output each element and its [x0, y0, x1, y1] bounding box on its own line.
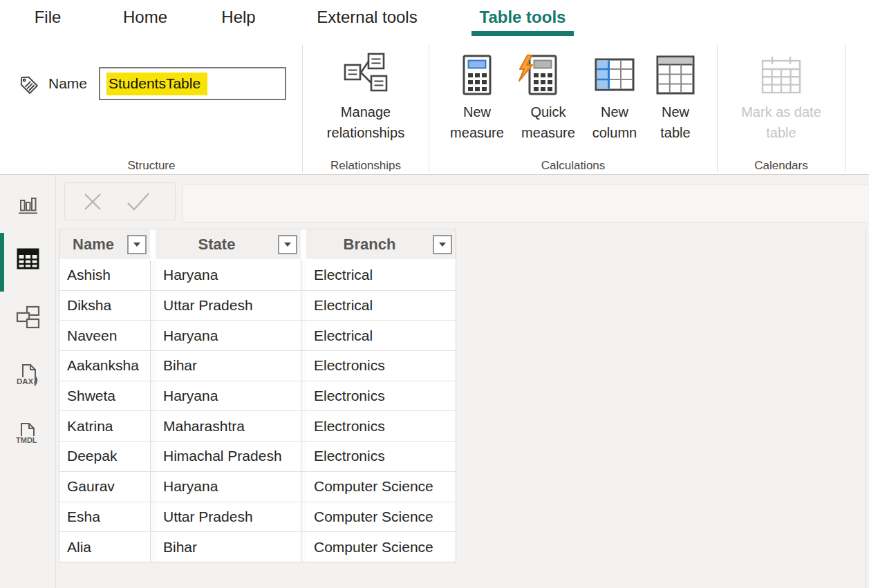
mark-as-date-table-button: Mark as date table: [733, 102, 830, 143]
table-row[interactable]: Ashish Haryana Electrical: [59, 260, 456, 291]
active-tab-underline: [471, 31, 574, 36]
data-grid: Name State Branch: [59, 229, 456, 562]
sidebar-divider: [55, 175, 56, 588]
svg-text:TMDL: TMDL: [16, 436, 37, 444]
group-label-relationships: Relationships: [330, 159, 401, 173]
name-field-label: Name: [48, 75, 87, 92]
cell-name[interactable]: Aakanksha: [59, 351, 150, 381]
table-area-right-edge: [865, 228, 866, 588]
tab-external-tools[interactable]: External tools: [317, 8, 417, 27]
cell-name[interactable]: Ashish: [59, 260, 150, 290]
cell-state[interactable]: Uttar Pradesh: [156, 502, 301, 532]
new-table-icon[interactable]: [656, 55, 695, 95]
cell-branch[interactable]: Electronics: [306, 442, 456, 471]
cell-branch[interactable]: Computer Science: [306, 472, 456, 502]
data-grid-header: Name State Branch: [59, 229, 456, 259]
ribbon-separator: [302, 45, 303, 173]
tab-home[interactable]: Home: [123, 8, 167, 27]
ribbon-separator: [717, 45, 718, 173]
mark-as-date-table-icon: [760, 55, 802, 95]
dax-query-view-icon[interactable]: DAX: [16, 363, 41, 390]
tab-table-tools[interactable]: Table tools: [480, 8, 566, 27]
tab-file[interactable]: File: [35, 8, 62, 27]
cell-state[interactable]: Himachal Pradesh: [156, 442, 301, 471]
cell-name[interactable]: Gaurav: [59, 472, 150, 502]
formula-bar-buttons: [64, 182, 176, 220]
cell-state[interactable]: Haryana: [156, 321, 301, 350]
table-row[interactable]: Gaurav Haryana Computer Science: [59, 472, 456, 502]
content-area: DAX TMDL Name: [0, 175, 869, 588]
column-header-state[interactable]: State: [156, 229, 301, 259]
cell-state[interactable]: Haryana: [156, 472, 301, 502]
column-header-label: Branch: [306, 236, 433, 254]
new-column-icon[interactable]: [595, 58, 635, 91]
powerbi-window: File Home Help External tools Table tool…: [0, 0, 869, 588]
manage-relationships-button[interactable]: Manage relationships: [314, 102, 418, 143]
new-table-button[interactable]: New table: [651, 102, 700, 143]
cell-name[interactable]: Alia: [59, 532, 150, 562]
filter-dropdown-button[interactable]: [433, 235, 452, 254]
table-row[interactable]: Naveen Haryana Electrical: [59, 321, 456, 351]
cell-branch[interactable]: Electrical: [306, 321, 456, 350]
cell-name[interactable]: Esha: [59, 502, 150, 532]
group-label-structure: Structure: [128, 159, 176, 173]
table-row[interactable]: Aakanksha Bihar Electronics: [59, 351, 456, 381]
cell-state[interactable]: Maharashtra: [156, 411, 301, 441]
tmdl-view-icon[interactable]: TMDL: [16, 421, 41, 449]
cell-branch[interactable]: Electronics: [306, 411, 456, 441]
tag-icon: [19, 74, 40, 97]
new-measure-button[interactable]: New measure: [442, 102, 512, 143]
column-header-name[interactable]: Name: [59, 229, 150, 259]
cell-branch[interactable]: Electrical: [306, 291, 456, 321]
table-row[interactable]: Diksha Uttar Pradesh Electrical: [59, 291, 456, 321]
cell-name[interactable]: Diksha: [59, 291, 150, 321]
cell-name[interactable]: Naveen: [59, 321, 150, 350]
column-header-branch[interactable]: Branch: [306, 229, 456, 259]
new-measure-icon[interactable]: [462, 55, 492, 95]
ribbon-separator: [845, 45, 845, 173]
cell-branch[interactable]: Electronics: [306, 381, 456, 411]
cell-branch[interactable]: Computer Science: [306, 532, 456, 562]
formula-bar-input[interactable]: [182, 184, 869, 222]
column-header-label: Name: [59, 236, 127, 254]
table-name-value: StudentsTable: [106, 73, 207, 95]
table-row[interactable]: Esha Uttar Pradesh Computer Science: [59, 502, 456, 533]
quick-measure-button[interactable]: Quick measure: [514, 102, 583, 143]
table-name-input[interactable]: StudentsTable: [99, 67, 286, 100]
new-column-button[interactable]: New column: [583, 102, 646, 143]
cell-state[interactable]: Haryana: [156, 381, 301, 411]
cell-state[interactable]: Uttar Pradesh: [156, 291, 301, 321]
cell-state[interactable]: Haryana: [156, 260, 301, 290]
cell-name[interactable]: Deepak: [59, 442, 150, 471]
table-row[interactable]: Katrina Maharashtra Electronics: [59, 411, 456, 442]
table-row[interactable]: Alia Bihar Computer Science: [59, 532, 456, 562]
cell-name[interactable]: Katrina: [59, 411, 150, 441]
cell-state[interactable]: Bihar: [156, 532, 301, 562]
table-body: Ashish Haryana Electrical Diksha Uttar P…: [59, 260, 456, 562]
svg-text:DAX: DAX: [17, 377, 34, 386]
cancel-icon[interactable]: [82, 191, 103, 212]
cell-branch[interactable]: Electronics: [306, 351, 456, 381]
filter-dropdown-button[interactable]: [127, 235, 147, 254]
table-row[interactable]: Shweta Haryana Electronics: [59, 381, 456, 412]
table-row[interactable]: Deepak Himachal Pradesh Electronics: [59, 442, 456, 472]
model-view-icon[interactable]: [16, 305, 40, 329]
ribbon-separator: [429, 45, 429, 173]
manage-relationships-icon[interactable]: [344, 53, 388, 93]
quick-measure-icon[interactable]: [517, 55, 557, 95]
group-label-calendars: Calendars: [754, 159, 808, 173]
active-view-indicator: [0, 233, 4, 292]
cell-state[interactable]: Bihar: [156, 351, 301, 381]
commit-icon[interactable]: [126, 191, 151, 212]
tab-help[interactable]: Help: [221, 8, 255, 27]
filter-arrow-icon: [438, 242, 447, 247]
report-view-icon[interactable]: [17, 193, 39, 215]
filter-arrow-icon: [133, 242, 141, 247]
cell-branch[interactable]: Computer Science: [306, 502, 456, 532]
table-view-icon[interactable]: [17, 248, 39, 270]
column-header-label: State: [156, 236, 278, 254]
cell-name[interactable]: Shweta: [59, 381, 150, 411]
filter-dropdown-button[interactable]: [278, 235, 297, 254]
group-label-calculations: Calculations: [541, 159, 606, 173]
cell-branch[interactable]: Electrical: [306, 260, 456, 290]
